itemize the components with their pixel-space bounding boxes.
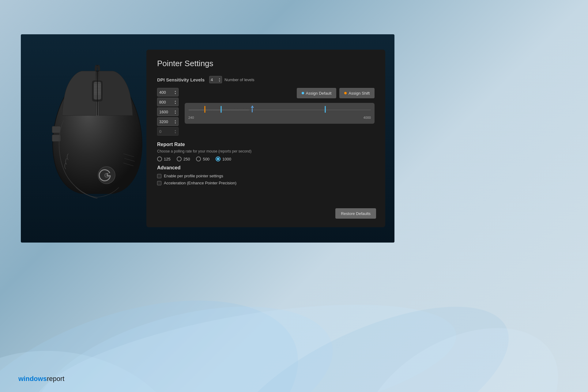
svg-rect-16 [52,126,61,133]
win11-swirl-decoration [0,285,588,392]
advanced-title: Advanced [157,165,375,171]
dpi-spinner-1[interactable]: ▲ ▼ [174,90,176,95]
spinner-arrows[interactable]: ▲ ▼ [218,77,221,82]
dpi-input-row-3: 1600 ▲ ▼ [157,107,179,116]
slider-labels: 240 4000 [188,116,371,119]
dpi-value-4: 3200 [159,119,168,124]
dpi-down-4[interactable]: ▼ [174,122,176,124]
dpi-spinner-4[interactable]: ▲ ▼ [174,119,176,124]
report-rate-title: Report Rate [157,142,375,147]
per-profile-checkbox-row: Enable per profile pointer settings [157,174,375,178]
dpi-controls-row: 400 ▲ ▼ 800 ▲ ▼ [157,88,375,136]
polling-rate-250-label: 250 [183,157,190,161]
dpi-input-row-1: 400 ▲ ▼ [157,88,179,96]
dpi-value-3: 1600 [159,110,168,114]
levels-value: 4 [211,77,213,82]
app-window: G Pointer Settings DPI Sensitivity Level… [21,34,394,243]
dpi-input-row-5: 0 ▲ ▼ [157,127,179,136]
advanced-section: Advanced Enable per profile pointer sett… [157,165,375,185]
dpi-input-4[interactable]: 3200 ▲ ▼ [157,117,179,126]
dpi-down-2[interactable]: ▼ [174,102,176,104]
polling-rate-250[interactable]: 250 [177,156,190,161]
levels-spinner[interactable]: 4 ▲ ▼ [209,76,222,83]
slider-max-label: 4000 [364,116,371,119]
assign-default-label: Assign Default [306,91,332,96]
dpi-input-5: 0 ▲ ▼ [157,127,179,136]
levels-control: 4 ▲ ▼ Number of levels [209,76,254,83]
radio-circle-500[interactable] [196,156,201,161]
dpi-header: DPI Sensitivity Levels 4 ▲ ▼ Number of l… [157,76,375,83]
dpi-marker-cyan-1[interactable] [221,106,222,113]
polling-rate-500-label: 500 [203,157,209,161]
assign-shift-icon [344,92,347,94]
dpi-input-row-2: 800 ▲ ▼ [157,98,179,106]
dpi-value-1: 400 [159,90,166,95]
dpi-value-5: 0 [159,129,161,134]
report-rate-section: Report Rate Choose a polling rate for yo… [157,142,375,161]
radio-circle-250[interactable] [177,156,182,161]
assign-default-icon [302,92,304,94]
dpi-spinner-2[interactable]: ▲ ▼ [174,100,176,104]
dpi-input-1[interactable]: 400 ▲ ▼ [157,88,179,96]
dpi-right-side: Assign Default Assign Shift [185,88,375,124]
polling-rate-radio-group: 125 250 500 1000 [157,156,375,161]
dpi-marker-blue[interactable] [251,105,254,112]
dpi-up-1[interactable]: ▲ [174,90,176,92]
report-rate-description: Choose a polling rate for your mouse (re… [157,149,375,153]
polling-rate-125-label: 125 [164,157,171,161]
dpi-up-4[interactable]: ▲ [174,119,176,122]
dpi-input-3[interactable]: 1600 ▲ ▼ [157,107,179,116]
dpi-up-5: ▲ [174,129,176,131]
per-profile-label: Enable per profile pointer settings [164,174,223,178]
mouse-illustration: G [39,65,156,212]
polling-rate-1000-label: 1000 [222,157,231,161]
assign-shift-button[interactable]: Assign Shift [339,88,375,98]
dpi-value-2: 800 [159,100,166,104]
settings-panel: Pointer Settings DPI Sensitivity Levels … [146,50,385,227]
acceleration-checkbox-row: Acceleration (Enhance Pointer Precision) [157,181,375,185]
dpi-up-3[interactable]: ▲ [174,110,176,112]
acceleration-checkbox[interactable] [157,181,161,185]
polling-rate-125[interactable]: 125 [157,156,171,161]
spinner-down-arrow[interactable]: ▼ [218,80,221,82]
acceleration-label: Acceleration (Enhance Pointer Precision) [164,181,236,185]
dpi-section: DPI Sensitivity Levels 4 ▲ ▼ Number of l… [157,76,375,136]
restore-defaults-button[interactable]: Restore Defaults [335,208,376,219]
per-profile-checkbox[interactable] [157,174,161,178]
dpi-input-2[interactable]: 800 ▲ ▼ [157,98,179,106]
radio-circle-1000[interactable] [216,156,221,161]
logo-report-text: report [47,375,64,383]
dpi-inputs-column: 400 ▲ ▼ 800 ▲ ▼ [157,88,179,136]
dpi-marker-cyan-2[interactable] [325,106,326,113]
polling-rate-1000[interactable]: 1000 [216,156,231,161]
assign-buttons-row: Assign Default Assign Shift [185,88,375,98]
dpi-section-label: DPI Sensitivity Levels [157,77,205,82]
dpi-marker-orange[interactable] [204,106,205,113]
assign-shift-label: Assign Shift [349,91,370,96]
dpi-spinner-5: ▲ ▼ [174,129,176,134]
polling-rate-500[interactable]: 500 [196,156,209,161]
dpi-down-3[interactable]: ▼ [174,112,176,114]
levels-label: Number of levels [224,77,254,82]
spinner-up-arrow[interactable]: ▲ [218,77,221,80]
dpi-slider-container[interactable]: ●●●●●●●●●●●●●●●●●●●●●●●●●●●●●●●●●●●●●●●●… [185,103,375,124]
dpi-down-5: ▼ [174,132,176,134]
assign-default-button[interactable]: Assign Default [297,88,337,98]
dpi-spinner-3[interactable]: ▲ ▼ [174,110,176,114]
dpi-input-row-4: 3200 ▲ ▼ [157,117,179,126]
radio-circle-125[interactable] [157,156,162,161]
slider-track[interactable]: ●●●●●●●●●●●●●●●●●●●●●●●●●●●●●●●●●●●●●●●●… [188,105,371,115]
panel-title: Pointer Settings [157,59,375,68]
windows-report-logo: windows report [18,375,64,383]
slider-min-label: 240 [188,116,194,119]
dpi-down-1[interactable]: ▼ [174,92,176,95]
logo-windows-text: windows [18,375,47,383]
dpi-up-2[interactable]: ▲ [174,100,176,102]
